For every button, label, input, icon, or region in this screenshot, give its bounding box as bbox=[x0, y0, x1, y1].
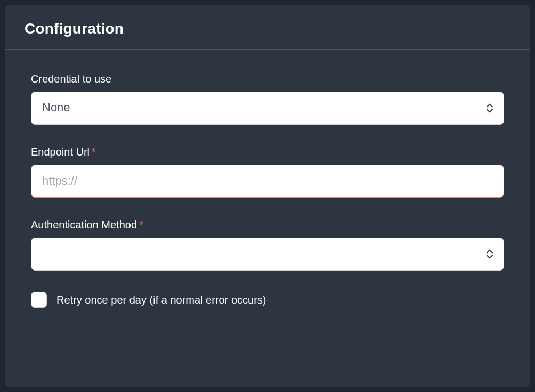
required-indicator-icon: * bbox=[92, 146, 96, 158]
endpoint-label-text: Endpoint Url bbox=[31, 146, 90, 158]
credential-group: Credential to use None bbox=[31, 73, 504, 125]
endpoint-group: Endpoint Url* bbox=[31, 146, 504, 198]
panel-title: Configuration bbox=[25, 20, 510, 37]
auth-method-label-text: Authentication Method bbox=[31, 219, 137, 231]
retry-label: Retry once per day (if a normal error oc… bbox=[56, 294, 266, 306]
endpoint-label: Endpoint Url* bbox=[31, 146, 504, 158]
credential-select-wrapper: None bbox=[31, 92, 504, 125]
panel-body: Credential to use None Endpoint Url* Aut… bbox=[5, 50, 530, 327]
auth-method-select[interactable] bbox=[31, 238, 504, 271]
panel-header: Configuration bbox=[5, 5, 530, 50]
required-indicator-icon: * bbox=[139, 219, 143, 231]
configuration-panel: Configuration Credential to use None End… bbox=[5, 5, 530, 387]
auth-method-select-wrapper bbox=[31, 238, 504, 271]
auth-method-label: Authentication Method* bbox=[31, 219, 504, 231]
endpoint-url-input[interactable] bbox=[31, 165, 504, 198]
credential-label: Credential to use bbox=[31, 73, 504, 85]
credential-select[interactable]: None bbox=[31, 92, 504, 125]
auth-method-group: Authentication Method* bbox=[31, 219, 504, 271]
retry-row: Retry once per day (if a normal error oc… bbox=[31, 292, 504, 308]
retry-checkbox[interactable] bbox=[31, 292, 47, 308]
